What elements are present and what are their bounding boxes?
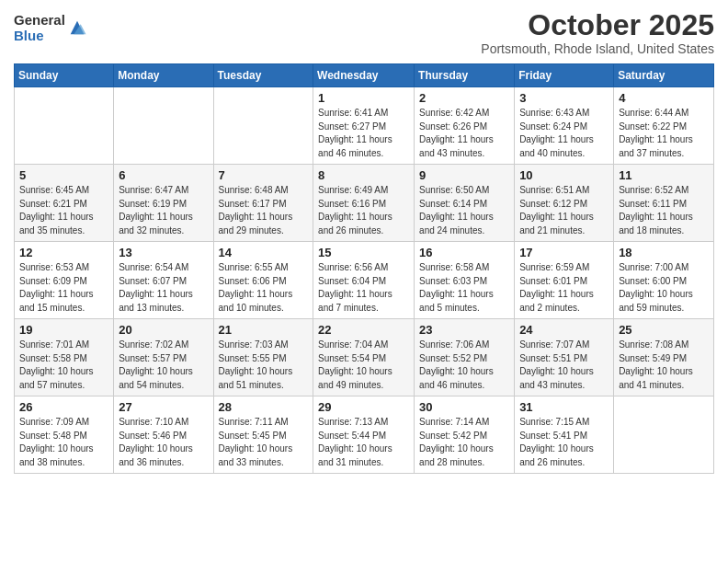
day-info: Sunrise: 6:41 AM Sunset: 6:27 PM Dayligh…: [318, 107, 409, 160]
location-subtitle: Portsmouth, Rhode Island, United States: [481, 41, 714, 56]
day-number: 2: [419, 91, 509, 105]
logo-icon: [67, 17, 87, 38]
table-row: 18Sunrise: 7:00 AM Sunset: 6:00 PM Dayli…: [614, 242, 714, 319]
day-number: 15: [318, 246, 409, 259]
day-info: Sunrise: 7:11 AM Sunset: 5:45 PM Dayligh…: [219, 416, 309, 469]
day-info: Sunrise: 6:56 AM Sunset: 6:04 PM Dayligh…: [318, 261, 409, 315]
day-info: Sunrise: 7:09 AM Sunset: 5:48 PM Dayligh…: [19, 416, 108, 469]
day-number: 22: [318, 323, 409, 337]
table-row: [15, 87, 114, 165]
day-number: 11: [619, 168, 709, 182]
day-number: 26: [19, 400, 108, 414]
day-number: 8: [318, 168, 409, 182]
day-number: 30: [419, 400, 509, 414]
col-thursday: Thursday: [415, 64, 515, 87]
page-header: General Blue October 2025 Portsmouth, Rh…: [14, 9, 714, 56]
table-row: 29Sunrise: 7:13 AM Sunset: 5:44 PM Dayli…: [313, 396, 415, 474]
day-number: 7: [219, 168, 309, 182]
table-row: 14Sunrise: 6:55 AM Sunset: 6:06 PM Dayli…: [213, 242, 313, 319]
table-row: 19Sunrise: 7:01 AM Sunset: 5:58 PM Dayli…: [15, 319, 114, 396]
table-row: 24Sunrise: 7:07 AM Sunset: 5:51 PM Dayli…: [515, 319, 614, 396]
day-number: 17: [519, 246, 609, 259]
table-row: 20Sunrise: 7:02 AM Sunset: 5:57 PM Dayli…: [114, 319, 213, 396]
day-number: 16: [419, 246, 509, 259]
day-number: 19: [19, 323, 108, 337]
table-row: 1Sunrise: 6:41 AM Sunset: 6:27 PM Daylig…: [313, 87, 415, 165]
col-wednesday: Wednesday: [313, 64, 415, 87]
day-info: Sunrise: 7:06 AM Sunset: 5:52 PM Dayligh…: [419, 339, 509, 392]
table-row: 25Sunrise: 7:08 AM Sunset: 5:49 PM Dayli…: [614, 319, 714, 396]
day-info: Sunrise: 6:42 AM Sunset: 6:26 PM Dayligh…: [419, 107, 509, 160]
day-info: Sunrise: 6:55 AM Sunset: 6:06 PM Dayligh…: [219, 261, 309, 315]
col-tuesday: Tuesday: [213, 64, 313, 87]
table-row: 27Sunrise: 7:10 AM Sunset: 5:46 PM Dayli…: [114, 396, 213, 474]
table-row: 3Sunrise: 6:43 AM Sunset: 6:24 PM Daylig…: [515, 87, 614, 165]
table-row: 9Sunrise: 6:50 AM Sunset: 6:14 PM Daylig…: [415, 165, 515, 242]
col-monday: Monday: [114, 64, 213, 87]
table-row: 28Sunrise: 7:11 AM Sunset: 5:45 PM Dayli…: [213, 396, 313, 474]
day-info: Sunrise: 7:03 AM Sunset: 5:55 PM Dayligh…: [219, 339, 309, 392]
table-row: 15Sunrise: 6:56 AM Sunset: 6:04 PM Dayli…: [313, 242, 415, 319]
day-number: 31: [519, 400, 609, 414]
day-number: 23: [419, 323, 509, 337]
table-row: 8Sunrise: 6:49 AM Sunset: 6:16 PM Daylig…: [313, 165, 415, 242]
table-row: 13Sunrise: 6:54 AM Sunset: 6:07 PM Dayli…: [114, 242, 213, 319]
day-info: Sunrise: 7:02 AM Sunset: 5:57 PM Dayligh…: [119, 339, 208, 392]
day-info: Sunrise: 6:52 AM Sunset: 6:11 PM Dayligh…: [619, 184, 709, 237]
calendar-week-row: 1Sunrise: 6:41 AM Sunset: 6:27 PM Daylig…: [15, 87, 714, 165]
day-number: 6: [119, 168, 208, 182]
day-number: 1: [318, 91, 409, 105]
day-info: Sunrise: 6:45 AM Sunset: 6:21 PM Dayligh…: [19, 184, 108, 237]
logo: General Blue: [14, 13, 87, 43]
day-info: Sunrise: 6:54 AM Sunset: 6:07 PM Dayligh…: [119, 261, 208, 315]
day-number: 12: [19, 246, 108, 259]
day-number: 4: [619, 91, 709, 105]
day-info: Sunrise: 7:07 AM Sunset: 5:51 PM Dayligh…: [519, 339, 609, 392]
calendar-week-row: 19Sunrise: 7:01 AM Sunset: 5:58 PM Dayli…: [15, 319, 714, 396]
table-row: 11Sunrise: 6:52 AM Sunset: 6:11 PM Dayli…: [614, 165, 714, 242]
table-row: 2Sunrise: 6:42 AM Sunset: 6:26 PM Daylig…: [415, 87, 515, 165]
table-row: 31Sunrise: 7:15 AM Sunset: 5:41 PM Dayli…: [515, 396, 614, 474]
table-row: 23Sunrise: 7:06 AM Sunset: 5:52 PM Dayli…: [415, 319, 515, 396]
logo-general-text: General: [14, 13, 65, 29]
table-row: 26Sunrise: 7:09 AM Sunset: 5:48 PM Dayli…: [15, 396, 114, 474]
table-row: 6Sunrise: 6:47 AM Sunset: 6:19 PM Daylig…: [114, 165, 213, 242]
day-info: Sunrise: 6:44 AM Sunset: 6:22 PM Dayligh…: [619, 107, 709, 160]
table-row: 21Sunrise: 7:03 AM Sunset: 5:55 PM Dayli…: [213, 319, 313, 396]
day-info: Sunrise: 6:58 AM Sunset: 6:03 PM Dayligh…: [419, 261, 509, 315]
col-saturday: Saturday: [614, 64, 714, 87]
day-info: Sunrise: 6:49 AM Sunset: 6:16 PM Dayligh…: [318, 184, 409, 237]
day-number: 24: [519, 323, 609, 337]
calendar-week-row: 26Sunrise: 7:09 AM Sunset: 5:48 PM Dayli…: [15, 396, 714, 474]
calendar-header-row: Sunday Monday Tuesday Wednesday Thursday…: [15, 64, 714, 87]
table-row: 17Sunrise: 6:59 AM Sunset: 6:01 PM Dayli…: [515, 242, 614, 319]
calendar-week-row: 12Sunrise: 6:53 AM Sunset: 6:09 PM Dayli…: [15, 242, 714, 319]
day-info: Sunrise: 7:00 AM Sunset: 6:00 PM Dayligh…: [619, 261, 709, 315]
day-info: Sunrise: 7:04 AM Sunset: 5:54 PM Dayligh…: [318, 339, 409, 392]
month-title: October 2025: [481, 9, 714, 41]
day-number: 9: [419, 168, 509, 182]
table-row: 16Sunrise: 6:58 AM Sunset: 6:03 PM Dayli…: [415, 242, 515, 319]
day-number: 21: [219, 323, 309, 337]
day-number: 28: [219, 400, 309, 414]
day-info: Sunrise: 6:48 AM Sunset: 6:17 PM Dayligh…: [219, 184, 309, 237]
calendar-table: Sunday Monday Tuesday Wednesday Thursday…: [14, 63, 714, 474]
table-row: 30Sunrise: 7:14 AM Sunset: 5:42 PM Dayli…: [415, 396, 515, 474]
col-sunday: Sunday: [15, 64, 114, 87]
day-info: Sunrise: 7:10 AM Sunset: 5:46 PM Dayligh…: [119, 416, 208, 469]
day-number: 27: [119, 400, 208, 414]
day-info: Sunrise: 6:50 AM Sunset: 6:14 PM Dayligh…: [419, 184, 509, 237]
title-block: October 2025 Portsmouth, Rhode Island, U…: [481, 9, 714, 56]
table-row: 10Sunrise: 6:51 AM Sunset: 6:12 PM Dayli…: [515, 165, 614, 242]
day-number: 20: [119, 323, 208, 337]
table-row: 4Sunrise: 6:44 AM Sunset: 6:22 PM Daylig…: [614, 87, 714, 165]
day-number: 29: [318, 400, 409, 414]
table-row: 5Sunrise: 6:45 AM Sunset: 6:21 PM Daylig…: [15, 165, 114, 242]
day-number: 13: [119, 246, 208, 259]
calendar-week-row: 5Sunrise: 6:45 AM Sunset: 6:21 PM Daylig…: [15, 165, 714, 242]
day-info: Sunrise: 6:51 AM Sunset: 6:12 PM Dayligh…: [519, 184, 609, 237]
day-info: Sunrise: 6:59 AM Sunset: 6:01 PM Dayligh…: [519, 261, 609, 315]
day-number: 14: [219, 246, 309, 259]
table-row: 7Sunrise: 6:48 AM Sunset: 6:17 PM Daylig…: [213, 165, 313, 242]
day-info: Sunrise: 6:53 AM Sunset: 6:09 PM Dayligh…: [19, 261, 108, 315]
